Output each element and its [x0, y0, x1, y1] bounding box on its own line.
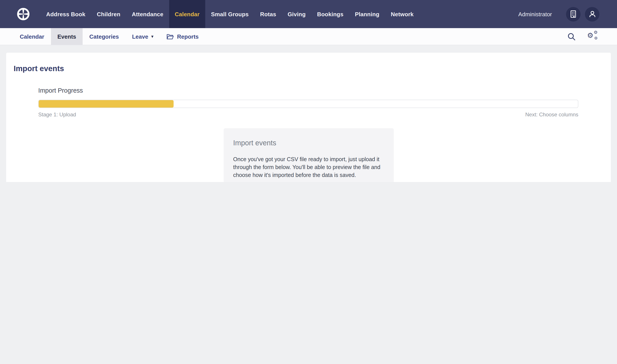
subnav-items: Calendar Events Categories Leave ▾ Repor…	[13, 28, 205, 45]
folder-icon	[167, 34, 174, 39]
topnav-item-small-groups[interactable]: Small Groups	[205, 0, 254, 28]
topnav-item-network[interactable]: Network	[385, 0, 419, 28]
building-icon	[570, 10, 577, 18]
profile-button[interactable]	[585, 7, 599, 21]
content-card: Import events Import Progress Stage 1: U…	[6, 53, 611, 182]
progress-stage-label: Stage 1: Upload	[38, 112, 76, 118]
progress-bar-track	[38, 100, 578, 108]
topnav-item-giving[interactable]: Giving	[282, 0, 311, 28]
progress-labels: Stage 1: Upload Next: Choose columns	[38, 112, 578, 118]
upload-form-card: Import events Once you've got your CSV f…	[224, 128, 393, 182]
topnav-right: Administrator	[518, 0, 617, 28]
subnav-item-calendar[interactable]: Calendar	[13, 28, 51, 45]
app-viewport: Address Book Children Attendance Calenda…	[0, 0, 617, 182]
sub-navbar: Calendar Events Categories Leave ▾ Repor…	[0, 28, 617, 45]
subnav-item-leave[interactable]: Leave ▾	[125, 28, 160, 45]
progress-heading: Import Progress	[38, 87, 578, 94]
topnav-item-rotas[interactable]: Rotas	[255, 0, 282, 28]
search-button[interactable]	[567, 32, 576, 41]
progress-bar-fill	[39, 100, 174, 108]
topnav-item-address-book[interactable]: Address Book	[40, 0, 91, 28]
topnav-item-children[interactable]: Children	[91, 0, 126, 28]
chevron-down-icon: ▾	[151, 34, 153, 39]
churchsuite-logo-icon	[17, 7, 30, 21]
upload-card-title: Import events	[233, 139, 384, 147]
search-icon	[567, 32, 576, 41]
subnav-item-reports[interactable]: Reports	[160, 28, 205, 45]
subnav-item-events[interactable]: Events	[51, 28, 83, 45]
settings-button[interactable]: ⚙ ⚙ ⚙	[587, 31, 599, 42]
subnav-right: ⚙ ⚙ ⚙	[556, 28, 617, 45]
import-progress-section: Import Progress Stage 1: Upload Next: Ch…	[38, 87, 578, 118]
topnav-item-planning[interactable]: Planning	[349, 0, 385, 28]
subnav-leave-label: Leave	[132, 33, 148, 40]
top-navbar: Address Book Children Attendance Calenda…	[0, 0, 617, 28]
topnav-item-bookings[interactable]: Bookings	[311, 0, 349, 28]
progress-next-label: Next: Choose columns	[525, 112, 578, 118]
topnav-items: Address Book Children Attendance Calenda…	[40, 0, 419, 28]
subnav-item-categories[interactable]: Categories	[83, 28, 125, 45]
user-role-label: Administrator	[518, 11, 552, 17]
organisation-button[interactable]	[566, 7, 580, 21]
user-icon	[588, 10, 596, 18]
upload-card-description: Once you've got your CSV file ready to i…	[233, 156, 384, 179]
subnav-reports-label: Reports	[177, 33, 199, 40]
topnav-item-attendance[interactable]: Attendance	[126, 0, 169, 28]
settings-gears-icon: ⚙ ⚙ ⚙	[587, 31, 599, 42]
topnav-item-calendar[interactable]: Calendar	[169, 0, 205, 28]
main-area: Import events Import Progress Stage 1: U…	[0, 45, 617, 182]
churchsuite-logo[interactable]	[0, 0, 30, 28]
page-title: Import events	[14, 53, 603, 73]
